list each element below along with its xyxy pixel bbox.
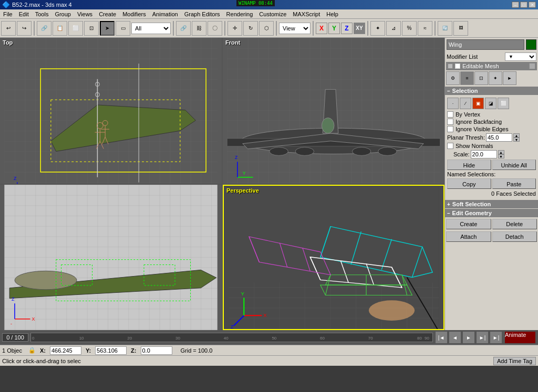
vertex-subobj-btn[interactable]: ·: [447, 98, 459, 109]
soft-selection-header[interactable]: + Soft Selection: [445, 200, 538, 208]
x-axis-button[interactable]: X: [316, 23, 327, 34]
select-move-button[interactable]: ✛: [227, 21, 242, 36]
unlink-button[interactable]: ⛓: [192, 21, 206, 36]
modifier-stack-item[interactable]: Editable Mesh: [446, 62, 537, 70]
scale-up[interactable]: ▲: [498, 150, 504, 154]
select-object-button[interactable]: 🔗: [37, 21, 51, 36]
close-button[interactable]: ✕: [529, 2, 536, 8]
tab-hierarchy[interactable]: ⚙: [446, 71, 460, 85]
attach-button[interactable]: Attach: [446, 231, 491, 242]
hide-button[interactable]: Hide: [447, 160, 491, 170]
prev-frame-button[interactable]: ◄: [449, 331, 461, 344]
coord-z-input[interactable]: [141, 346, 172, 355]
viewport-front[interactable]: Front: [223, 38, 444, 184]
modifier-checkbox[interactable]: [455, 63, 460, 69]
face-subobj-btn[interactable]: ▣: [472, 98, 484, 109]
undo-scene-button[interactable]: 🔄: [438, 21, 452, 36]
link-button[interactable]: 🔗: [176, 21, 191, 36]
selection-section-title: Selection: [452, 88, 478, 94]
track-area[interactable]: 0 10 20 30 40 50 60 70 80 90: [30, 333, 433, 342]
xy-axis-button[interactable]: XY: [354, 23, 365, 34]
subobj-buttons: · ∕ ▣ ◪ ⬜: [447, 98, 536, 109]
tab-motion[interactable]: ►: [503, 71, 516, 85]
view-dropdown[interactable]: View Screen World: [279, 23, 311, 34]
edge-subobj-btn[interactable]: ∕: [460, 98, 471, 109]
selection-section-header[interactable]: – Selection: [445, 87, 538, 95]
z-axis-button[interactable]: Z: [341, 23, 353, 34]
tab-modify[interactable]: ≡: [460, 71, 474, 85]
menu-rendering[interactable]: Rendering: [223, 10, 256, 18]
play-button[interactable]: ►: [462, 331, 475, 344]
animate-button[interactable]: Animate: [504, 331, 536, 344]
tab-display[interactable]: ⊡: [474, 71, 488, 85]
svg-text:Z: Z: [235, 155, 238, 160]
menu-graph-editors[interactable]: Graph Editors: [181, 10, 223, 18]
object-name-input[interactable]: [447, 39, 524, 50]
percent-snap-button[interactable]: %: [402, 21, 417, 36]
toolbar-separator-6: [367, 21, 368, 36]
menu-edit[interactable]: Edit: [16, 10, 32, 18]
modifier-list-dropdown[interactable]: ▼: [505, 52, 536, 61]
tab-utilities[interactable]: ✦: [489, 71, 502, 85]
menu-customize[interactable]: Customize: [256, 10, 289, 18]
render-scene-button[interactable]: 🖼: [453, 21, 468, 36]
menu-modifiers[interactable]: Modifiers: [119, 10, 149, 18]
spinner-snap-button[interactable]: ≈: [418, 21, 432, 36]
unhide-all-button[interactable]: Unhide All: [492, 160, 536, 170]
detach-button[interactable]: Detach: [492, 231, 537, 242]
viewport-left[interactable]: X Z -: [0, 185, 222, 331]
menu-file[interactable]: File: [0, 10, 16, 18]
copy-button[interactable]: Copy: [447, 178, 491, 189]
planar-thresh-input[interactable]: [486, 133, 512, 142]
menu-help[interactable]: Help: [323, 10, 342, 18]
angle-snap-button[interactable]: ⊿: [386, 21, 401, 36]
ignore-backfacing-checkbox[interactable]: [447, 119, 453, 125]
edit-geometry-header[interactable]: – Edit Geometry: [445, 209, 538, 217]
y-axis-button[interactable]: Y: [328, 23, 340, 34]
bind-button[interactable]: 〇: [208, 21, 222, 36]
add-time-tag-btn[interactable]: Add Time Tag: [493, 357, 536, 365]
modifier-menu-btn[interactable]: [529, 63, 535, 69]
scale-input[interactable]: [471, 150, 497, 158]
ignore-visible-edges-checkbox[interactable]: [447, 126, 453, 132]
menu-animation[interactable]: Animation: [149, 10, 181, 18]
delete-button[interactable]: Delete: [492, 219, 537, 229]
modifier-vis-box[interactable]: [448, 63, 453, 69]
menu-create[interactable]: Create: [96, 10, 119, 18]
scale-down[interactable]: ▼: [498, 154, 504, 158]
planar-thresh-down[interactable]: ▼: [513, 137, 520, 142]
object-color-swatch[interactable]: [526, 39, 536, 50]
go-start-button[interactable]: |◄: [435, 331, 448, 344]
select-by-name-button[interactable]: 📋: [53, 21, 67, 36]
next-frame-button[interactable]: ►|: [476, 331, 489, 344]
menu-views[interactable]: Views: [74, 10, 96, 18]
maximize-button[interactable]: □: [520, 2, 527, 8]
window-crossing-button[interactable]: ⊡: [84, 21, 99, 36]
element-subobj-btn[interactable]: ⬜: [498, 98, 509, 109]
select-region2-button[interactable]: ▭: [116, 21, 130, 36]
redo-button[interactable]: ↪: [17, 21, 32, 36]
rotate-button[interactable]: ↻: [243, 21, 258, 36]
planar-thresh-up[interactable]: ▲: [513, 133, 520, 137]
coord-y-input[interactable]: [95, 346, 127, 355]
viewport-perspective[interactable]: Perspective: [223, 185, 444, 331]
scale-button[interactable]: ⬡: [259, 21, 274, 36]
menu-group[interactable]: Group: [51, 10, 74, 18]
coord-x-input[interactable]: [50, 346, 81, 355]
go-end-button[interactable]: ►|: [490, 331, 502, 344]
viewport-top[interactable]: Top: [0, 38, 222, 184]
titlebar-controls[interactable]: – □ ✕: [512, 2, 536, 8]
snap-toggle-button[interactable]: ✦: [370, 21, 385, 36]
select-region-button[interactable]: ⬜: [68, 21, 83, 36]
by-vertex-checkbox[interactable]: [447, 111, 453, 118]
menu-tools[interactable]: Tools: [32, 10, 52, 18]
minimize-button[interactable]: –: [512, 2, 519, 8]
undo-button[interactable]: ↩: [1, 21, 16, 36]
create-button[interactable]: Create: [446, 219, 491, 229]
select-arrow-button[interactable]: ➤: [100, 21, 115, 36]
paste-button[interactable]: Paste: [492, 178, 536, 189]
polygon-subobj-btn[interactable]: ◪: [485, 98, 496, 109]
show-normals-checkbox[interactable]: [447, 143, 453, 149]
menu-maxscript[interactable]: MAXScript: [289, 10, 323, 18]
selection-filter-dropdown[interactable]: All Geometry Shapes: [131, 23, 171, 34]
